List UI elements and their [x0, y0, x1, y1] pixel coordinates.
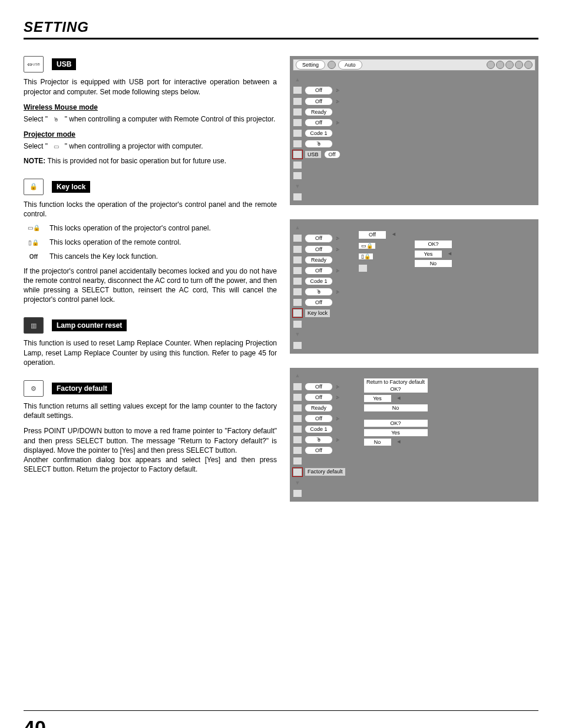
setting-value: Off — [305, 234, 333, 242]
screenshot-keylock: ▲ Off⪢ Off⪢ Ready Off⪢ Code 1 🖱⪢ Off Key… — [290, 219, 538, 353]
row-icon — [293, 446, 302, 454]
scroll-down-icon: ▼ — [293, 331, 302, 339]
top-icon — [487, 61, 495, 69]
setting-value: Off — [305, 97, 333, 106]
keylock-intro: This function locks the operation of the… — [24, 200, 277, 219]
top-auto: Auto — [338, 60, 362, 70]
lamp-tag: Lamp counter reset — [52, 319, 127, 331]
row-icon — [293, 320, 302, 328]
row-icon — [293, 277, 302, 285]
no-button: No — [414, 259, 452, 268]
yes-button: Yes — [363, 394, 392, 403]
setting-value: Off — [305, 393, 333, 401]
row-icon — [293, 172, 302, 180]
pointer-icon — [394, 438, 402, 446]
scroll-up-icon: ▲ — [293, 223, 302, 232]
quit-icon — [293, 341, 302, 350]
setting-value: Off — [305, 446, 333, 454]
pointer-icon — [389, 230, 396, 239]
arrow-icon: ⪢ — [335, 267, 340, 274]
popup-option: ▯🔒 — [358, 253, 373, 260]
scroll-up-icon: ▲ — [293, 75, 302, 84]
confirm-popup: OK? Yes No — [414, 240, 452, 267]
arrow-icon: ⪢ — [335, 415, 340, 422]
setting-value: Code 1 — [305, 425, 333, 433]
factory-p3: Another confirmation dialog box appears … — [24, 455, 277, 474]
keylock-paragraph: If the projector's control panel acciden… — [24, 266, 277, 305]
keylock-row-off: Off This cancels the Key lock function. — [24, 252, 277, 261]
mouse-icon: 🖱 — [49, 116, 62, 124]
row-icon — [293, 414, 302, 423]
factory-tag: Factory default — [52, 383, 112, 394]
projector-mode-text: Select " ▭ " when controlling a projecto… — [24, 141, 277, 151]
row-icon — [293, 108, 302, 116]
arrow-icon: ⪢ — [335, 87, 340, 94]
popup-off: Off — [358, 230, 386, 239]
setting-value: Ready — [305, 404, 333, 412]
setting-value: Ready — [305, 108, 333, 116]
row-icon — [293, 161, 302, 169]
row-icon — [293, 468, 302, 476]
usb-tag: USB — [52, 58, 76, 70]
row-icon — [293, 118, 302, 127]
usb-section: ⇔USB USB This Projector is equipped with… — [24, 56, 277, 165]
return-label: Return to Factory default OK? — [363, 378, 428, 393]
factory-section: ⚙ Factory default This function returns … — [24, 380, 277, 474]
factory-p1: This function returns all setting values… — [24, 401, 277, 420]
setting-value: 🖱 — [305, 436, 333, 444]
setting-value: Code 1 — [305, 129, 333, 137]
remote-lock-icon: ▯🔒 — [24, 238, 44, 247]
setting-value: Off — [305, 86, 333, 94]
row-icon — [293, 150, 302, 159]
row-icon — [293, 298, 302, 307]
no-button: No — [363, 438, 392, 446]
ok-label: OK? — [363, 419, 428, 427]
factory-p2: Press POINT UP/DOWN button to move a red… — [24, 426, 277, 455]
keylock-row-remote: ▯🔒 This locks operation of the remote co… — [24, 238, 277, 247]
row-icon — [293, 383, 302, 391]
keylock-popup: Off ▭🔒 ▯🔒 — [358, 230, 396, 272]
top-setting: Setting — [296, 60, 325, 70]
factory-popup: Return to Factory default OK? Yes No OK?… — [363, 378, 428, 447]
lamp-paragraph: This function is used to reset Lamp Repl… — [24, 338, 277, 367]
usb-value: Off — [324, 150, 340, 159]
row-icon — [293, 256, 302, 264]
top-icon — [505, 61, 514, 69]
setting-value: Ready — [305, 256, 333, 264]
no-button: No — [363, 404, 428, 412]
usb-icon: ⇔USB — [24, 56, 44, 73]
row-icon — [293, 404, 302, 412]
screenshot-usb: Setting Auto ▲ Off⪢ Off⪢ Ready Off⪢ Code… — [290, 56, 538, 205]
row-icon — [293, 393, 302, 401]
popup-quit-icon — [358, 264, 368, 272]
setting-value: Off — [305, 414, 333, 423]
wireless-mouse-text: Select " 🖱 " when controlling a computer… — [24, 114, 277, 124]
keylock-chip: Key lock — [305, 309, 330, 317]
ok-label: OK? — [414, 240, 452, 248]
setting-value: Off — [305, 245, 333, 253]
top-icon — [328, 61, 336, 69]
arrow-icon: ⪢ — [335, 235, 340, 242]
setting-value: Off — [305, 266, 333, 275]
row-icon — [293, 245, 302, 253]
keylock-tag: Key lock — [52, 181, 90, 193]
setting-value: 🖱 — [305, 288, 333, 296]
arrow-icon: ⪢ — [335, 119, 340, 126]
row-icon — [293, 288, 302, 296]
right-column: Setting Auto ▲ Off⪢ Off⪢ Ready Off⪢ Code… — [290, 56, 538, 515]
scroll-down-icon: ▼ — [293, 479, 302, 487]
row-icon — [293, 140, 302, 148]
projector-icon: ▭ — [49, 143, 62, 151]
pointer-icon — [445, 250, 452, 258]
pointer-icon — [394, 394, 402, 403]
row-icon — [293, 129, 302, 137]
setting-value: Code 1 — [305, 277, 333, 285]
scroll-down-icon: ▼ — [293, 182, 302, 190]
row-icon — [293, 97, 302, 106]
row-icon — [293, 425, 302, 433]
projector-mode-heading: Projector mode — [24, 130, 277, 139]
lamp-section: ▥ Lamp counter reset This function is us… — [24, 317, 277, 367]
quit-icon — [293, 489, 302, 498]
keylock-section: 🔒 Key lock This function locks the opera… — [24, 179, 277, 305]
menu-topbar: Setting Auto — [293, 59, 535, 71]
